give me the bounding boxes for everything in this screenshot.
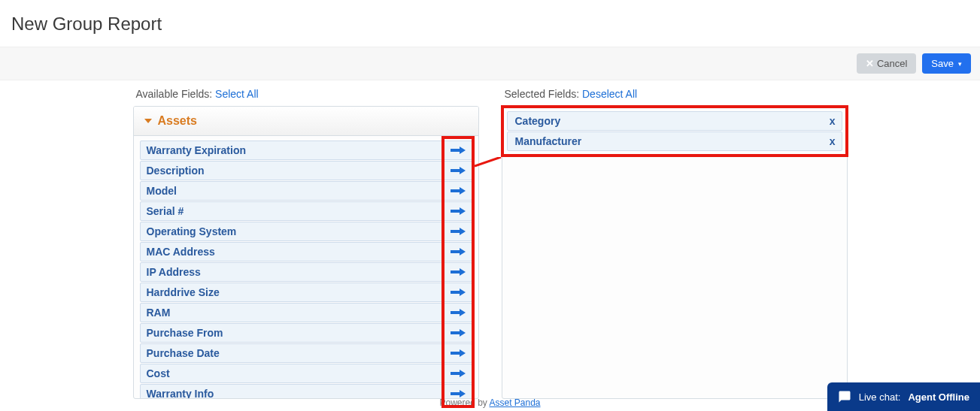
field-label: MAC Address <box>147 246 215 258</box>
move-right-arrow-icon[interactable] <box>449 205 467 217</box>
move-right-arrow-icon[interactable] <box>449 367 467 379</box>
available-fields-column: Available Fields: Select All Assets Warr… <box>133 83 479 399</box>
selected-fields-header: Selected Fields: Deselect All <box>502 83 848 106</box>
move-right-arrow-icon[interactable] <box>449 347 467 359</box>
save-label: Save <box>931 58 954 69</box>
field-label: Warranty Expiration <box>147 144 247 156</box>
deselect-all-link[interactable]: Deselect All <box>582 88 637 100</box>
close-icon: ✕ <box>866 58 874 69</box>
live-chat-widget[interactable]: Live chat: Agent Offline <box>827 382 980 411</box>
save-button[interactable]: Save ▾ <box>922 53 971 74</box>
move-right-arrow-icon[interactable] <box>449 144 467 156</box>
selected-header-prefix: Selected Fields: <box>505 88 583 100</box>
move-right-arrow-icon[interactable] <box>449 246 467 258</box>
chat-icon <box>838 390 851 403</box>
field-columns: Available Fields: Select All Assets Warr… <box>0 80 980 399</box>
footer-link[interactable]: Asset Panda <box>490 397 541 408</box>
page-title: New Group Report <box>0 0 980 47</box>
field-label: IP Address <box>147 266 201 278</box>
field-label: Operating System <box>147 225 237 237</box>
available-field-row[interactable]: Purchase From <box>140 323 472 343</box>
available-field-row[interactable]: MAC Address <box>140 242 472 261</box>
available-fields-list: Warranty ExpirationDescriptionModelSeria… <box>134 136 478 399</box>
available-field-row[interactable]: Warranty Expiration <box>140 141 472 160</box>
available-field-row[interactable]: RAM <box>140 303 472 322</box>
assets-accordion-header[interactable]: Assets <box>134 107 478 136</box>
field-label: RAM <box>147 307 171 319</box>
selected-fields-panel: CategoryxManufacturerx <box>502 106 848 399</box>
accordion-title: Assets <box>158 114 197 128</box>
move-right-arrow-icon[interactable] <box>449 185 467 197</box>
available-field-row[interactable]: Cost <box>140 364 472 383</box>
selected-fields-list: CategoryxManufacturerx <box>507 111 842 151</box>
move-right-arrow-icon[interactable] <box>449 266 467 278</box>
available-field-row[interactable]: Model <box>140 181 472 201</box>
move-right-arrow-icon[interactable] <box>449 165 467 177</box>
available-header-prefix: Available Fields: <box>136 88 216 100</box>
field-label: Cost <box>147 367 170 379</box>
available-field-row[interactable]: Serial # <box>140 201 472 221</box>
triangle-down-icon <box>144 119 152 123</box>
remove-x-icon[interactable]: x <box>830 135 836 147</box>
chat-status: Agent Offline <box>908 391 969 403</box>
field-label: Purchase From <box>147 327 223 339</box>
available-field-row[interactable]: Description <box>140 161 472 180</box>
cancel-button[interactable]: ✕ Cancel <box>857 53 916 74</box>
chevron-down-icon: ▾ <box>958 60 962 68</box>
move-right-arrow-icon[interactable] <box>449 327 467 339</box>
available-fields-panel: Assets Warranty ExpirationDescriptionMod… <box>133 106 479 399</box>
move-right-arrow-icon[interactable] <box>449 307 467 319</box>
available-field-row[interactable]: Purchase Date <box>140 343 472 363</box>
available-field-row[interactable]: Operating System <box>140 222 472 241</box>
available-field-row[interactable]: IP Address <box>140 262 472 282</box>
field-label: Category <box>515 115 561 127</box>
selected-field-row[interactable]: Manufacturerx <box>507 131 842 151</box>
cancel-label: Cancel <box>877 58 907 69</box>
footer-prefix: Powered by <box>439 397 489 408</box>
action-toolbar: ✕ Cancel Save ▾ <box>0 47 980 80</box>
field-label: Manufacturer <box>515 135 582 147</box>
field-label: Harddrive Size <box>147 286 220 298</box>
field-label: Purchase Date <box>147 347 220 359</box>
selected-field-row[interactable]: Categoryx <box>507 111 842 131</box>
field-label: Model <box>147 185 177 197</box>
selected-fields-column: Selected Fields: Deselect All CategoryxM… <box>502 83 848 399</box>
field-label: Description <box>147 165 205 177</box>
move-right-arrow-icon[interactable] <box>449 225 467 237</box>
available-fields-header: Available Fields: Select All <box>133 83 479 106</box>
available-field-row[interactable]: Warranty Info <box>140 384 472 399</box>
select-all-link[interactable]: Select All <box>215 88 259 100</box>
field-label: Serial # <box>147 205 184 217</box>
available-field-row[interactable]: Harddrive Size <box>140 283 472 302</box>
chat-prefix: Live chat: <box>859 391 901 403</box>
remove-x-icon[interactable]: x <box>830 115 836 127</box>
move-right-arrow-icon[interactable] <box>449 286 467 298</box>
